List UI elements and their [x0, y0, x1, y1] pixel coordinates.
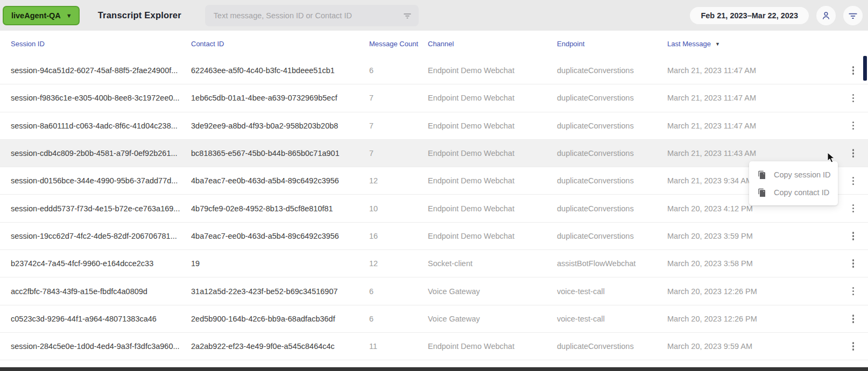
table-body: session-94ca51d2-6027-45af-88f5-2fae2490… — [0, 57, 868, 360]
column-header-session-id[interactable]: Session ID — [11, 40, 191, 48]
table-row[interactable]: session-284c5e0e-1d0d-4ed4-9a3f-f3dfc3a9… — [0, 333, 868, 360]
row-menu-button[interactable] — [810, 312, 868, 325]
contact-id-cell: 622463ee-a5f0-4c40-b3fc-41bdeee51cb1 — [191, 66, 369, 75]
last-message-cell: March 20, 2023 3:59 PM — [667, 232, 810, 240]
topbar-actions: Feb 21, 2023–Mar 22, 2023 — [690, 6, 868, 25]
filter-button[interactable] — [843, 6, 863, 25]
channel-cell: Endpoint Demo Webchat — [428, 232, 557, 240]
message-count-cell: 10 — [369, 204, 428, 213]
last-message-cell: March 20, 2023 9:59 AM — [667, 342, 810, 351]
kebab-icon — [850, 340, 857, 353]
session-id-cell: session-19cc62d7-4fc2-4de5-82df-20670678… — [11, 232, 191, 240]
chevron-down-icon: ▼ — [66, 12, 72, 19]
session-id-cell: session-cdb4c809-2b0b-4581-a79f-0ef92b26… — [11, 149, 191, 158]
row-menu-button[interactable] — [810, 92, 868, 105]
menu-item-copy-contact-id[interactable]: Copy contact ID — [749, 183, 838, 201]
table-row[interactable]: session-cdb4c809-2b0b-4581-a79f-0ef92b26… — [0, 140, 868, 167]
column-header-last-message[interactable]: Last Message ▼ — [667, 40, 810, 48]
search-input[interactable] — [214, 11, 403, 20]
table-row[interactable]: session-f9836c1e-e305-400b-8ee8-3c1972ee… — [0, 84, 868, 112]
channel-cell: Voice Gateway — [428, 315, 557, 323]
row-menu-button[interactable] — [810, 64, 868, 77]
sort-caret-icon: ▼ — [715, 41, 720, 47]
column-header-message-count[interactable]: Message Count — [369, 40, 428, 48]
last-message-cell: March 20, 2023 4:12 PM — [667, 204, 810, 213]
window-bottom-edge — [0, 367, 868, 371]
app-selector-label: liveAgent-QA — [11, 11, 61, 20]
session-id-cell: session-eddd5737-f73d-4e15-b72e-ce763a16… — [11, 204, 191, 213]
message-count-cell: 6 — [369, 66, 428, 75]
kebab-icon — [850, 147, 857, 160]
search-box — [205, 5, 419, 26]
table-row[interactable]: c0523c3d-9296-44f1-a964-48071383ca46 2ed… — [0, 305, 868, 333]
endpoint-cell: voice-test-call — [557, 315, 667, 323]
session-id-cell: session-8a60111d-c063-4adc-8f6c-41d04c23… — [11, 122, 191, 130]
session-id-cell: session-284c5e0e-1d0d-4ed4-9a3f-f3dfc3a9… — [11, 342, 191, 351]
channel-cell: Voice Gateway — [428, 287, 557, 296]
column-header-endpoint[interactable]: Endpoint — [557, 40, 667, 48]
table-row[interactable]: b23742c4-7a45-4fcf-9960-e164dcce2c33 19 … — [0, 250, 868, 277]
endpoint-cell: duplicateConverstions — [557, 122, 667, 130]
endpoint-cell: assistBotFlowWebchat — [557, 259, 667, 268]
column-header-contact-id[interactable]: Contact ID — [191, 40, 369, 48]
contact-id-cell: 4ba7eac7-ee0b-463d-a5b4-89c6492c3956 — [191, 176, 369, 185]
table-row[interactable]: session-eddd5737-f73d-4e15-b72e-ce763a16… — [0, 195, 868, 222]
copy-icon — [758, 188, 766, 197]
filter-icon[interactable] — [403, 11, 412, 20]
channel-cell: Endpoint Demo Webchat — [428, 342, 557, 351]
channel-cell: Endpoint Demo Webchat — [428, 66, 557, 75]
table-row[interactable]: session-8a60111d-c063-4adc-8f6c-41d04c23… — [0, 112, 868, 140]
kebab-icon — [850, 119, 857, 132]
top-bar: liveAgent-QA ▼ Transcript Explorer Feb 2… — [0, 0, 868, 31]
kebab-icon — [850, 64, 857, 77]
channel-cell: Socket-client — [428, 259, 557, 268]
kebab-icon — [850, 175, 857, 188]
session-id-cell: b23742c4-7a45-4fcf-9960-e164dcce2c33 — [11, 259, 191, 268]
menu-item-copy-session-id[interactable]: Copy session ID — [749, 166, 838, 183]
last-message-cell: March 21, 2023 11:43 AM — [667, 149, 810, 158]
session-id-cell: session-f9836c1e-e305-400b-8ee8-3c1972ee… — [11, 94, 191, 102]
vertical-scrollbar-thumb[interactable] — [863, 56, 867, 81]
message-count-cell: 12 — [369, 176, 428, 185]
row-menu-button[interactable] — [810, 230, 868, 242]
contact-id-cell: 1eb6c5db-01a1-4bee-a639-0732969b5ecf — [191, 94, 369, 102]
message-count-cell: 11 — [369, 342, 428, 351]
date-range-button[interactable]: Feb 21, 2023–Mar 22, 2023 — [690, 7, 809, 24]
row-menu-button[interactable] — [810, 147, 868, 160]
session-id-cell: session-d0156bce-344e-4990-95b6-37add77d… — [11, 176, 191, 185]
session-id-cell: c0523c3d-9296-44f1-a964-48071383ca46 — [11, 315, 191, 323]
message-count-cell: 12 — [369, 259, 428, 268]
last-message-cell: March 20, 2023 12:26 PM — [667, 287, 810, 296]
row-menu-button[interactable] — [810, 119, 868, 132]
kebab-icon — [850, 257, 857, 270]
channel-cell: Endpoint Demo Webchat — [428, 94, 557, 102]
contact-id-cell: 31a12a5d-22e3-423f-be52-b69c34516907 — [191, 287, 369, 296]
user-icon — [821, 10, 831, 21]
column-header-channel[interactable]: Channel — [428, 40, 557, 48]
table-row[interactable]: session-d0156bce-344e-4990-95b6-37add77d… — [0, 167, 868, 195]
last-message-cell: March 21, 2023 11:47 AM — [667, 122, 810, 130]
message-count-cell: 7 — [369, 94, 428, 102]
channel-cell: Endpoint Demo Webchat — [428, 204, 557, 213]
table-row[interactable]: session-94ca51d2-6027-45af-88f5-2fae2490… — [0, 57, 868, 84]
row-menu-button[interactable] — [810, 257, 868, 270]
table-row[interactable]: session-19cc62d7-4fc2-4de5-82df-20670678… — [0, 223, 868, 250]
table-row[interactable]: acc2fbfc-7843-43f9-a15e-fbdfc4a0809d 31a… — [0, 277, 868, 305]
last-message-cell: March 21, 2023 11:47 AM — [667, 66, 810, 75]
row-menu-button[interactable] — [810, 340, 868, 353]
context-menu: Copy session ID Copy contact ID — [749, 161, 838, 205]
user-button[interactable] — [816, 6, 836, 25]
kebab-icon — [850, 92, 857, 105]
endpoint-cell: duplicateConverstions — [557, 176, 667, 185]
last-message-cell: March 20, 2023 3:58 PM — [667, 259, 810, 268]
message-count-cell: 16 — [369, 232, 428, 240]
last-message-cell: March 21, 2023 11:47 AM — [667, 94, 810, 102]
endpoint-cell: duplicateConverstions — [557, 342, 667, 351]
row-menu-button[interactable] — [810, 285, 868, 298]
table-header: Session ID Contact ID Message Count Chan… — [0, 31, 868, 57]
page-title: Transcript Explorer — [98, 10, 181, 20]
contact-id-cell: 4ba7eac7-ee0b-463d-a5b4-89c6492c3956 — [191, 232, 369, 240]
app-selector-button[interactable]: liveAgent-QA ▼ — [3, 6, 80, 25]
copy-icon — [758, 170, 766, 179]
kebab-icon — [850, 285, 857, 298]
